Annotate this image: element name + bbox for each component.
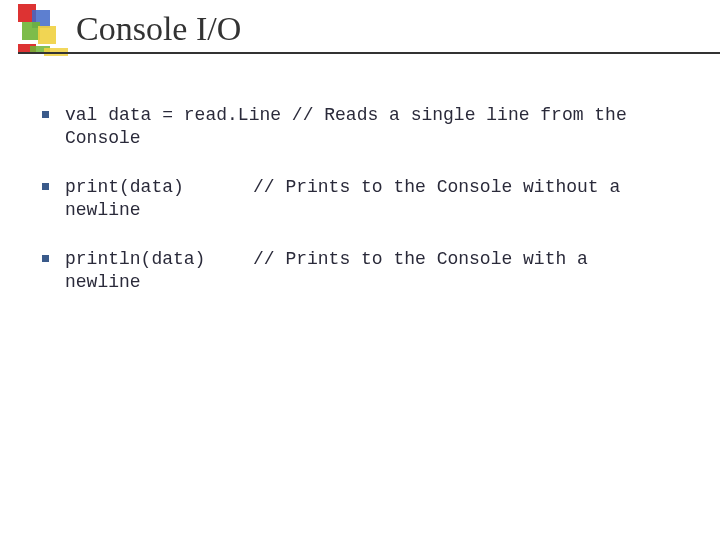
bullet-icon — [42, 183, 49, 190]
code-comment: // Reads a single line from the — [292, 104, 627, 127]
slide-title: Console I/O — [76, 10, 241, 48]
code-block: val data = read.Line // Reads a single l… — [65, 104, 680, 150]
bullet-icon — [42, 255, 49, 262]
code-comment: // Prints to the Console without a — [253, 176, 620, 199]
slide-header: Console I/O — [0, 4, 720, 64]
list-item: print(data) // Prints to the Console wit… — [42, 176, 680, 222]
title-underline — [18, 52, 720, 54]
bullet-icon — [42, 111, 49, 118]
code-continuation: Console — [65, 127, 680, 150]
code-continuation: newline — [65, 271, 680, 294]
code-block: println(data) // Prints to the Console w… — [65, 248, 680, 294]
code-text: println(data) — [65, 248, 253, 271]
logo-squares-icon — [18, 4, 60, 46]
code-text: print(data) — [65, 176, 253, 199]
slide-content: val data = read.Line // Reads a single l… — [0, 64, 720, 294]
code-text: val data = read.Line — [65, 104, 292, 127]
code-block: print(data) // Prints to the Console wit… — [65, 176, 680, 222]
code-continuation: newline — [65, 199, 680, 222]
code-comment: // Prints to the Console with a — [253, 248, 588, 271]
list-item: println(data) // Prints to the Console w… — [42, 248, 680, 294]
list-item: val data = read.Line // Reads a single l… — [42, 104, 680, 150]
